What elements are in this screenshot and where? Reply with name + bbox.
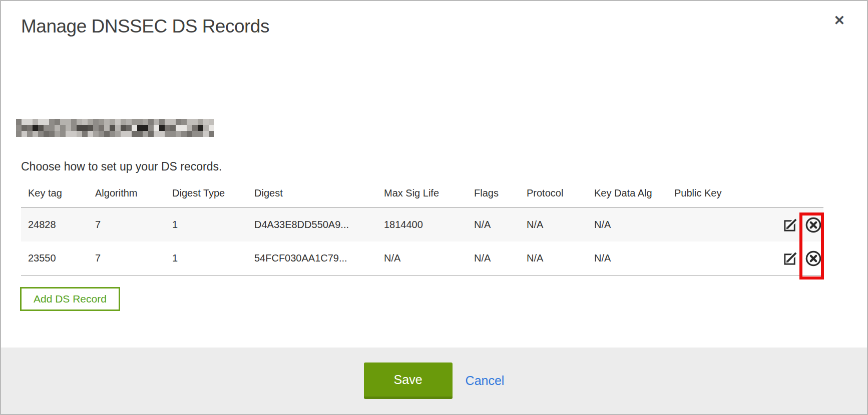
cell-digest-type: 1 — [165, 242, 247, 276]
col-header-digest: Digest — [247, 188, 377, 208]
cell-actions — [772, 242, 823, 276]
cell-max-sig-life: 1814400 — [377, 208, 467, 242]
cell-public-key — [667, 242, 772, 276]
cell-algorithm: 7 — [88, 208, 165, 242]
cell-algorithm: 7 — [88, 242, 165, 276]
cancel-button[interactable]: Cancel — [466, 374, 505, 388]
col-header-key-tag: Key tag — [21, 188, 88, 208]
delete-record-icon[interactable] — [805, 216, 822, 234]
col-header-protocol: Protocol — [520, 188, 587, 208]
table-row: 24828 7 1 D4A33E8DD550A9... 1814400 N/A … — [21, 208, 823, 242]
ds-records-table: Key tag Algorithm Digest Type Digest Max… — [21, 188, 823, 276]
col-header-algorithm: Algorithm — [88, 188, 165, 208]
instruction-text: Choose how to set up your DS records. — [21, 160, 222, 174]
cell-flags: N/A — [467, 242, 520, 276]
table-header-row: Key tag Algorithm Digest Type Digest Max… — [21, 188, 823, 208]
col-header-actions — [772, 188, 823, 208]
manage-dnssec-dialog: Manage DNSSEC DS Records ✕ Choose how to… — [0, 0, 868, 415]
cell-digest: D4A33E8DD550A9... — [247, 208, 377, 242]
table-row: 23550 7 1 54FCF030AA1C79... N/A N/A N/A … — [21, 242, 823, 276]
col-header-key-data-alg: Key Data Alg — [587, 188, 667, 208]
col-header-digest-type: Digest Type — [165, 188, 247, 208]
save-button[interactable]: Save — [364, 362, 453, 399]
col-header-public-key: Public Key — [667, 188, 772, 208]
cell-key-tag: 23550 — [21, 242, 88, 276]
page-title: Manage DNSSEC DS Records — [21, 16, 269, 37]
redacted-domain-name — [16, 119, 214, 137]
cell-digest-type: 1 — [165, 208, 247, 242]
dialog-footer: Save Cancel — [1, 348, 867, 414]
cell-key-data-alg: N/A — [587, 242, 667, 276]
cell-max-sig-life: N/A — [377, 242, 467, 276]
edit-record-icon[interactable] — [783, 217, 798, 232]
cell-actions — [772, 208, 823, 242]
cell-flags: N/A — [467, 208, 520, 242]
cell-protocol: N/A — [520, 208, 587, 242]
delete-record-icon[interactable] — [805, 250, 822, 267]
add-ds-record-button[interactable]: Add DS Record — [20, 287, 120, 311]
cell-public-key — [667, 208, 772, 242]
cell-protocol: N/A — [520, 242, 587, 276]
cell-key-data-alg: N/A — [587, 208, 667, 242]
close-icon[interactable]: ✕ — [831, 12, 847, 30]
col-header-flags: Flags — [467, 188, 520, 208]
col-header-max-sig-life: Max Sig Life — [377, 188, 467, 208]
cell-digest: 54FCF030AA1C79... — [247, 242, 377, 276]
edit-record-icon[interactable] — [783, 250, 798, 266]
cell-key-tag: 24828 — [21, 208, 88, 242]
